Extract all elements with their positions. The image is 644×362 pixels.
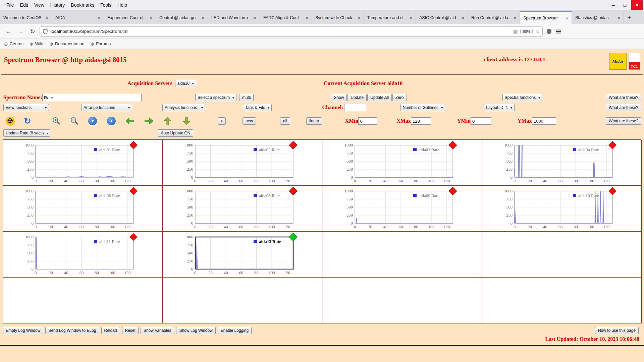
spectrum-chart-aida06-rate[interactable]: 02505007501000020406080100120aida06 Rate <box>3 186 163 232</box>
send-log-window-to-elog-button[interactable]: Send Log Window to ELog <box>45 327 99 334</box>
tab-welcome-to-centos[interactable]: Welcome to CentOS× <box>0 11 52 24</box>
tab-close-icon[interactable]: × <box>461 15 466 21</box>
bookmark-wiki[interactable]: ⊕Wiki <box>30 41 43 47</box>
tab-spectrum-browser[interactable]: Spectrum Browser× <box>520 11 572 24</box>
bookmark-star-icon[interactable]: ☆ <box>535 29 540 34</box>
menu-file[interactable]: File <box>3 1 17 9</box>
tracking-shield-icon[interactable] <box>43 29 48 34</box>
menu-tools[interactable]: Tools <box>97 1 114 9</box>
select-spectrum-dropdown[interactable]: Select a spectrum ▾ <box>195 94 236 101</box>
x-button[interactable]: x <box>218 117 226 125</box>
maximize-button[interactable]: □ <box>620 1 630 9</box>
zoom-level-indicator[interactable]: 90% <box>520 29 533 34</box>
menu-bookmarks[interactable]: Bookmarks <box>68 1 97 9</box>
tags-fits-select[interactable]: Tags & Fits ▾ <box>243 104 272 111</box>
tab-close-icon[interactable]: × <box>409 15 414 21</box>
bookmark-centos[interactable]: ⊕Centos <box>4 41 23 47</box>
tab-close-icon[interactable]: × <box>97 15 102 21</box>
spectrum-chart-aida02-rate[interactable]: 02505007501000020406080100120aida02 Rate <box>163 140 322 186</box>
reload-button[interactable]: Reload <box>101 327 120 334</box>
spectrum-chart-aida04-rate[interactable]: 02505007501000020406080100120aida04 Rate <box>482 140 642 186</box>
back-button[interactable]: ← <box>3 26 13 37</box>
minimize-button[interactable]: – <box>608 1 619 9</box>
what-are-these-button-2[interactable]: What are these? <box>606 104 641 111</box>
tab-close-icon[interactable]: × <box>45 15 50 21</box>
spectrum-chart-aida08-rate[interactable]: 02505007501000020406080100120aida08 Rate <box>163 186 322 232</box>
new-button[interactable]: new <box>243 117 256 125</box>
menu-edit[interactable]: Edit <box>17 1 31 9</box>
all-button[interactable]: all <box>280 117 290 125</box>
zoom-in-button[interactable] <box>51 116 61 126</box>
enable-logging-button[interactable]: Enable Logging <box>218 327 252 334</box>
tab-close-icon[interactable]: × <box>357 15 362 21</box>
tab-system-wide-check[interactable]: System wide Check× <box>312 11 364 24</box>
tab-fadc-align-conf[interactable]: FADC Align & Conf× <box>260 11 312 24</box>
tab-close-icon[interactable]: × <box>149 15 154 21</box>
circle-up-arrow-button[interactable]: ▲ <box>106 116 116 126</box>
tab-run-control-aida[interactable]: Run Control @ aida× <box>468 11 520 24</box>
new-tab-button[interactable]: + <box>624 11 635 24</box>
reader-mode-icon[interactable]: ▤ <box>513 29 518 34</box>
acquisition-server-select[interactable]: aida10 ▾ <box>175 80 196 87</box>
xmin-input[interactable] <box>358 117 377 125</box>
tab-close-icon[interactable]: × <box>616 15 622 21</box>
close-button[interactable]: × <box>631 0 643 10</box>
spectrum-chart-aida11-rate[interactable]: 02505007501000020406080100120aida11 Rate <box>3 232 163 278</box>
spectrum-chart-aida03-rate[interactable]: 02505007501000020406080100120aida03 Rate <box>322 140 482 186</box>
menu-view[interactable]: View <box>31 1 47 9</box>
tab-asic-control-aid[interactable]: ASIC Control @ aid× <box>416 11 468 24</box>
tab-close-icon[interactable]: × <box>305 15 310 21</box>
tcl-logo[interactable]: TCL <box>629 53 640 70</box>
what-are-these-button-1[interactable]: What are these? <box>606 94 641 101</box>
menu-history[interactable]: History <box>47 1 68 9</box>
tab-close-icon[interactable]: × <box>253 15 258 21</box>
url-bar[interactable]: localhost:8015/Spectrum/Spectrum.tml ▤ 9… <box>40 26 543 37</box>
spectrum-chart-aida10-rate[interactable]: 02505007501000020406080100120aida10 Rate <box>482 186 642 232</box>
zoom-out-button[interactable] <box>69 116 79 126</box>
bookmark-forums[interactable]: ⊕Forums <box>90 41 111 47</box>
show-log-window-button[interactable]: Show Log Window <box>176 327 215 334</box>
what-are-these-button-3[interactable]: What are these? <box>606 117 641 125</box>
menu-help[interactable]: Help <box>114 1 130 9</box>
spectra-functions-select[interactable]: Spectra functions ▾ <box>502 94 543 101</box>
xmax-input[interactable] <box>411 117 431 125</box>
midas-logo[interactable]: Midas <box>609 53 627 70</box>
update-all-button[interactable]: Update All <box>367 94 392 101</box>
layout-id-select[interactable]: Layout ID=1 ▾ <box>484 104 515 111</box>
green-left-arrow-button[interactable] <box>124 116 135 126</box>
spectrum-chart-aida01-rate[interactable]: 02505007501000020406080100120aida01 Rate <box>3 140 163 186</box>
green-down-arrow-button[interactable] <box>181 116 192 126</box>
circle-down-arrow-button[interactable]: ▼ <box>88 116 98 126</box>
ymin-input[interactable] <box>471 117 491 125</box>
zero-button[interactable]: Zero <box>392 94 407 101</box>
tab-led-and-waveform[interactable]: LED and Waveform× <box>208 11 260 24</box>
show-button[interactable]: Show <box>331 94 347 101</box>
arrange-functions-select[interactable]: Arrange functions ▾ <box>81 104 132 111</box>
linear-button[interactable]: linear <box>306 117 322 125</box>
bookmark-documentation[interactable]: ⊕Documentation <box>49 41 84 47</box>
tab-close-icon[interactable]: × <box>513 15 518 21</box>
empty-log-window-button[interactable]: Empty Log Window <box>3 327 43 334</box>
ymax-input[interactable] <box>532 117 556 125</box>
green-up-arrow-button[interactable] <box>163 116 173 126</box>
forward-button[interactable]: → <box>15 26 25 37</box>
tab-statistics-aidas[interactable]: Statistics @ aidas× <box>572 11 624 24</box>
show-variables-button[interactable]: Show Variables <box>141 327 174 334</box>
tab-aida[interactable]: AIDA× <box>52 11 104 24</box>
tab-close-icon[interactable]: × <box>565 15 570 21</box>
spectrum-chart-aida12-rate[interactable]: 02505007501000020406080100120aida12 Rate <box>163 232 322 278</box>
auto-update-button[interactable]: Auto Update ON <box>158 129 193 137</box>
reload-button[interactable]: ↻ <box>28 26 38 37</box>
channel-input[interactable] <box>344 104 366 111</box>
hamburger-menu-icon[interactable] <box>555 28 561 35</box>
update-button[interactable]: Update <box>347 94 367 101</box>
analysis-functions-select[interactable]: Analysis functions ▾ <box>162 104 205 111</box>
green-right-arrow-button[interactable] <box>144 116 154 126</box>
reset-button[interactable]: Reset <box>122 327 139 334</box>
tab-temperature-and-st[interactable]: Temperature and st× <box>364 11 416 24</box>
tab-experiment-control[interactable]: Experiment Control× <box>104 11 156 24</box>
spectrum-name-input[interactable] <box>42 94 142 101</box>
how-to-use-this-page-button[interactable]: How to use this page <box>595 327 639 334</box>
multi-button[interactable]: multi <box>239 94 254 101</box>
number-of-galleries-select[interactable]: Number of Galleries ▾ <box>400 104 445 111</box>
